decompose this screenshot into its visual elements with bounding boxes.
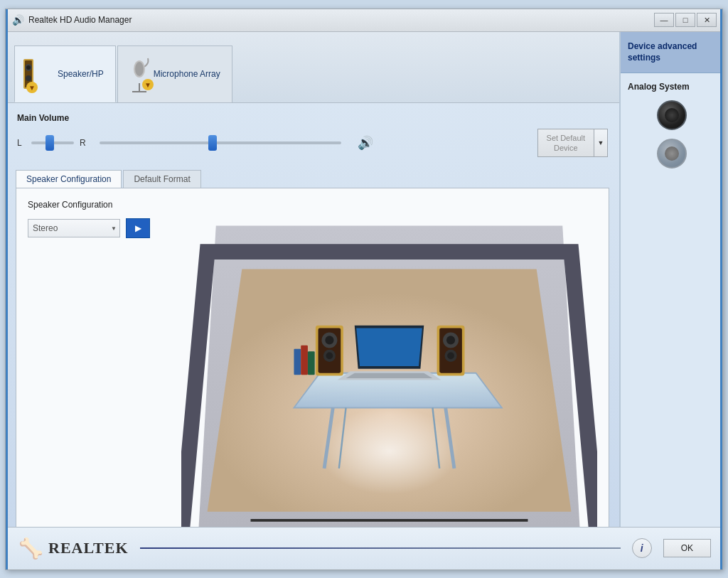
room-svg <box>181 200 597 526</box>
audio-port-inactive-button[interactable] <box>657 139 687 168</box>
window-title: Realtek HD Audio Manager <box>28 15 654 25</box>
ok-button[interactable]: OK <box>663 539 711 557</box>
speaker-config-select[interactable]: Stereo Quadraphonic 5.1 Speaker 7.1 Spea… <box>28 219 120 237</box>
maximize-button[interactable]: □ <box>675 13 695 27</box>
stereo-select-wrapper: Stereo Quadraphonic 5.1 Speaker 7.1 Spea… <box>28 219 120 237</box>
speaker-hp-icon: ▼ <box>22 53 58 95</box>
left-channel-label: L <box>17 138 26 148</box>
main-body: ▼ Speaker/HP <box>6 32 722 527</box>
speaker-config-section-label: Speaker Configuration <box>28 200 170 210</box>
volume-row: L R 🔊 <box>17 129 608 158</box>
info-button[interactable]: i <box>632 538 652 558</box>
svg-marker-33 <box>356 328 422 366</box>
tab-default-format[interactable]: Default Format <box>123 170 200 188</box>
svg-point-41 <box>447 353 454 360</box>
realtek-logo-icon: 🦴 <box>17 535 43 561</box>
panel-inner: Speaker Configuration Stereo Quadraphoni… <box>28 200 597 526</box>
close-button[interactable]: ✕ <box>697 13 717 27</box>
svg-text:▼: ▼ <box>144 81 151 89</box>
volume-label: Main Volume <box>17 113 608 123</box>
svg-rect-31 <box>308 351 315 375</box>
tab-speaker-hp[interactable]: ▼ Speaker/HP <box>14 46 116 102</box>
right-sidebar: Device advanced settings Analog System <box>619 32 722 527</box>
device-tabs-row: ▼ Speaker/HP <box>6 32 619 103</box>
room-visualization <box>181 200 597 526</box>
analog-system-label: Analog System <box>628 82 690 92</box>
bottom-divider-line <box>140 547 621 549</box>
audio-port-inner-active <box>665 108 679 122</box>
svg-point-4 <box>26 75 31 81</box>
tab-microphone-array-label: Microphone Array <box>154 69 220 79</box>
set-default-device-group: Set DefaultDevice ▼ <box>537 129 608 158</box>
volume-section: Main Volume L R � <box>6 103 619 164</box>
svg-text:▼: ▼ <box>28 84 36 92</box>
play-test-button[interactable] <box>126 218 150 238</box>
audio-port-active-button[interactable] <box>657 100 687 130</box>
volume-mute-button[interactable]: 🔊 <box>353 133 378 153</box>
svg-point-28 <box>326 353 333 360</box>
main-window: 🔊 Realtek HD Audio Manager — □ ✕ <box>5 9 723 570</box>
svg-point-3 <box>26 65 31 70</box>
svg-text:🦴: 🦴 <box>18 537 43 560</box>
microphone-array-icon: ▼ <box>125 55 154 94</box>
tab-panel-area: Speaker Configuration Default Format Spe… <box>6 163 619 526</box>
content-area: ▼ Speaker/HP <box>6 32 619 527</box>
left-volume-slider-container <box>31 141 74 144</box>
svg-point-26 <box>325 336 333 344</box>
realtek-logo-text: REALTEK <box>48 539 129 557</box>
app-icon: 🔊 <box>11 14 24 26</box>
config-row: Stereo Quadraphonic 5.1 Speaker 7.1 Spea… <box>28 218 170 238</box>
audio-port-inner-inactive <box>665 146 679 161</box>
svg-marker-35 <box>346 373 433 378</box>
svg-point-10 <box>135 62 144 76</box>
set-default-device-dropdown[interactable]: ▼ <box>594 129 608 158</box>
main-volume-track <box>100 141 341 144</box>
bottom-bar: 🦴 REALTEK i OK <box>6 527 722 569</box>
tab-speaker-configuration[interactable]: Speaker Configuration <box>16 170 122 188</box>
analog-system-section: Analog System <box>621 73 722 177</box>
main-volume-thumb[interactable] <box>208 135 217 151</box>
right-channel-label: R <box>80 138 88 148</box>
left-volume-thumb[interactable] <box>46 135 54 151</box>
volume-icon: 🔊 <box>358 135 373 151</box>
titlebar: 🔊 Realtek HD Audio Manager — □ ✕ <box>6 9 722 32</box>
minimize-button[interactable]: — <box>654 13 674 27</box>
device-advanced-settings-button[interactable]: Device advanced settings <box>621 32 722 74</box>
set-default-device-button[interactable]: Set DefaultDevice <box>537 129 594 158</box>
svg-rect-30 <box>301 346 308 375</box>
speaker-configuration-panel: Speaker Configuration Stereo Quadraphoni… <box>16 188 609 526</box>
realtek-logo: 🦴 REALTEK <box>17 535 129 561</box>
inner-tabs: Speaker Configuration Default Format <box>16 170 609 188</box>
speaker-controls: Speaker Configuration Stereo Quadraphoni… <box>28 200 170 526</box>
tab-microphone-array[interactable]: ▼ Microphone Array <box>117 46 232 102</box>
tab-speaker-hp-label: Speaker/HP <box>58 69 104 79</box>
titlebar-buttons: — □ ✕ <box>654 13 717 27</box>
svg-point-39 <box>446 336 455 344</box>
svg-rect-29 <box>294 349 301 375</box>
left-volume-track <box>31 141 74 144</box>
